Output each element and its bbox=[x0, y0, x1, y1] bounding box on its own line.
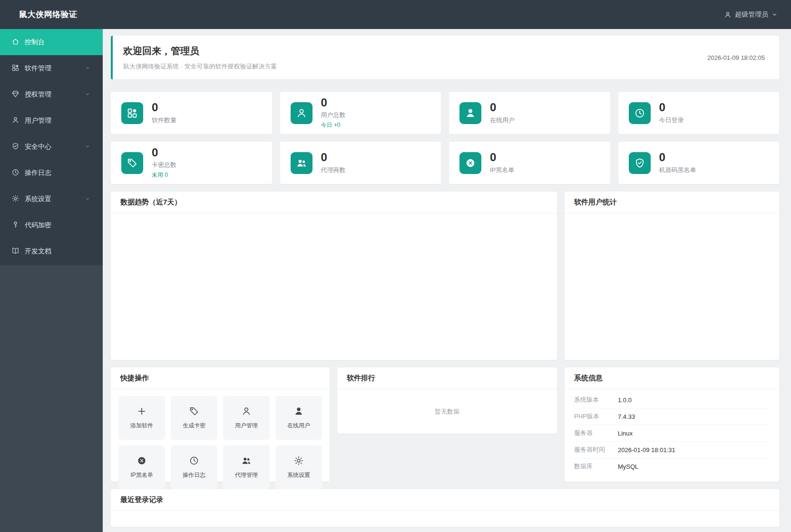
sidebar-item-label: 软件管理 bbox=[25, 64, 51, 73]
quick-action-label: 生成卡密 bbox=[183, 422, 205, 430]
tag-icon bbox=[121, 152, 143, 174]
quick-action-label: 系统设置 bbox=[287, 471, 310, 479]
info-value: 1.0.0 bbox=[618, 397, 632, 404]
quick-action-ip-blacklist[interactable]: IP黑名单 bbox=[118, 445, 165, 489]
quick-actions-grid: 添加软件 生成卡密 用户管理 在线用户 IP黑名单 bbox=[111, 389, 330, 489]
sidebar-item-label: 开发文档 bbox=[25, 247, 51, 256]
quick-action-label: 用户管理 bbox=[235, 422, 258, 430]
stat-value: 0 bbox=[152, 146, 176, 158]
software-ranking-title: 软件排行 bbox=[337, 368, 557, 389]
stat-label: 在线用户 bbox=[490, 116, 515, 125]
book-icon bbox=[11, 247, 20, 256]
circle-x-icon bbox=[137, 455, 147, 466]
stat-value: 0 bbox=[490, 151, 514, 163]
stat-card-machine-blacklist: 0 机器码黑名单 bbox=[618, 142, 780, 184]
clock-icon bbox=[629, 102, 651, 124]
bottom-row: 快捷操作 添加软件 生成卡密 用户管理 在线用户 bbox=[111, 368, 779, 482]
key-icon bbox=[11, 221, 20, 230]
sidebar-item-settings[interactable]: 系统设置 bbox=[0, 186, 103, 212]
stat-value: 0 bbox=[152, 101, 176, 113]
plus-icon bbox=[137, 406, 147, 416]
sidebar-item-dashboard[interactable]: 控制台 bbox=[0, 29, 103, 55]
quick-action-agent-management[interactable]: 代理管理 bbox=[223, 445, 270, 489]
sidebar-item-software[interactable]: 软件管理 bbox=[0, 55, 103, 81]
info-value: Linux bbox=[618, 430, 633, 437]
sidebar-item-encryption[interactable]: 代码加密 bbox=[0, 212, 103, 238]
sidebar: 控制台 软件管理 授权管理 用户管理 安全中心 操作日志 系统设置 bbox=[0, 29, 103, 532]
recent-logins-card: 最近登录记录 bbox=[111, 489, 779, 527]
person-icon bbox=[241, 406, 252, 416]
user-name: 超级管理员 bbox=[735, 10, 768, 19]
info-value: 7.4.33 bbox=[618, 413, 635, 420]
sidebar-item-label: 操作日志 bbox=[25, 169, 51, 177]
user-stats-chart-body bbox=[565, 213, 779, 360]
trend-chart-title: 数据趋势（近7天） bbox=[111, 192, 557, 213]
sidebar-item-logs[interactable]: 操作日志 bbox=[0, 160, 103, 186]
system-info-rows: 系统版本 1.0.0 PHP版本 7.4.33 服务器 Linux 服务器时间 … bbox=[565, 389, 779, 474]
sidebar-item-users[interactable]: 用户管理 bbox=[0, 107, 103, 134]
sidebar-item-security[interactable]: 安全中心 bbox=[0, 134, 103, 160]
sidebar-item-label: 授权管理 bbox=[25, 90, 51, 99]
sidebar-item-label: 用户管理 bbox=[25, 116, 51, 125]
stat-label: 代理商数 bbox=[321, 166, 346, 174]
info-label: 数据库 bbox=[574, 462, 618, 471]
clock-icon bbox=[11, 168, 20, 178]
stat-value: 0 bbox=[321, 151, 346, 163]
topbar: 鼠大侠网络验证 超级管理员 bbox=[0, 0, 791, 29]
stat-value: 0 bbox=[490, 101, 515, 113]
quick-action-system-settings[interactable]: 系统设置 bbox=[275, 445, 322, 489]
stat-card-ip-blacklist: 0 IP黑名单 bbox=[449, 142, 610, 184]
tag-icon bbox=[189, 406, 199, 416]
charts-row: 数据趋势（近7天） 软件用户统计 bbox=[111, 192, 779, 360]
quick-action-add-software[interactable]: 添加软件 bbox=[118, 396, 165, 440]
quick-action-generate-keys[interactable]: 生成卡密 bbox=[171, 396, 217, 440]
main-content: 欢迎回来，管理员 鼠大侠网络验证系统 · 安全可靠的软件授权验证解决方案 202… bbox=[103, 29, 791, 532]
quick-action-user-management[interactable]: 用户管理 bbox=[223, 396, 270, 440]
stat-value: 0 bbox=[321, 97, 346, 108]
quick-action-label: IP黑名单 bbox=[130, 471, 153, 479]
stat-sub: 未用 0 bbox=[152, 171, 176, 179]
user-menu[interactable]: 超级管理员 bbox=[724, 10, 791, 19]
sidebar-item-label: 安全中心 bbox=[25, 143, 51, 151]
system-info-row: 服务器 Linux bbox=[574, 425, 770, 442]
info-label: 服务器 bbox=[574, 429, 618, 437]
app-title: 鼠大侠网络验证 bbox=[0, 9, 103, 20]
system-info-row: 数据库 MySQL bbox=[574, 458, 770, 474]
info-value: 2026-01-09 18:01:31 bbox=[618, 446, 675, 454]
apps-grid-icon bbox=[11, 64, 20, 73]
stat-card-card-keys: 0 卡密总数 未用 0 bbox=[111, 142, 272, 184]
sidebar-item-authorization[interactable]: 授权管理 bbox=[0, 81, 103, 107]
gem-icon bbox=[11, 90, 20, 99]
chevron-down-icon bbox=[771, 11, 778, 18]
chevron-down-icon bbox=[85, 143, 90, 151]
recent-logins-title: 最近登录记录 bbox=[111, 489, 779, 511]
shield-check-icon bbox=[629, 152, 651, 174]
quick-action-logs[interactable]: 操作日志 bbox=[171, 445, 217, 489]
current-time: 2026-01-09 18:02:05 bbox=[707, 54, 765, 61]
software-ranking-empty: 暂无数据 bbox=[337, 389, 557, 434]
quick-actions-card: 快捷操作 添加软件 生成卡密 用户管理 在线用户 bbox=[111, 368, 330, 482]
quick-action-label: 操作日志 bbox=[183, 471, 205, 479]
people-icon bbox=[241, 455, 252, 466]
stat-value: 0 bbox=[659, 151, 696, 163]
sidebar-menu: 控制台 软件管理 授权管理 用户管理 安全中心 操作日志 系统设置 bbox=[0, 29, 103, 265]
quick-action-label: 代理管理 bbox=[235, 471, 258, 479]
stat-card-today-logins: 0 今日登录 bbox=[618, 92, 780, 134]
stat-card-software-count: 0 软件数量 bbox=[111, 92, 272, 134]
people-icon bbox=[291, 152, 312, 174]
chevron-down-icon bbox=[85, 91, 90, 98]
person-icon bbox=[11, 116, 20, 126]
sidebar-item-docs[interactable]: 开发文档 bbox=[0, 238, 103, 264]
system-info-row: 系统版本 1.0.0 bbox=[574, 392, 770, 408]
quick-action-label: 在线用户 bbox=[287, 422, 310, 430]
system-info-title: 系统信息 bbox=[565, 368, 779, 389]
stat-sub: 今日 +0 bbox=[321, 121, 346, 129]
user-stats-chart-title: 软件用户统计 bbox=[565, 192, 779, 213]
stat-label: IP黑名单 bbox=[490, 166, 514, 174]
stats-grid: 0 软件数量 0 用户总数 今日 +0 0 在线用户 0 今日登录 bbox=[111, 92, 779, 184]
stat-label: 卡密总数 bbox=[152, 161, 176, 169]
quick-action-online-users[interactable]: 在线用户 bbox=[275, 396, 322, 440]
person-filled-icon bbox=[293, 406, 304, 416]
stat-card-agents: 0 代理商数 bbox=[280, 142, 441, 184]
user-icon bbox=[724, 11, 732, 19]
